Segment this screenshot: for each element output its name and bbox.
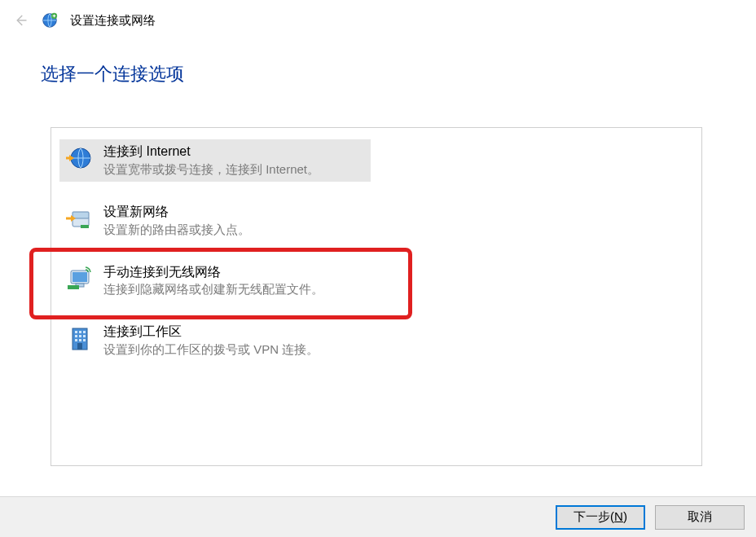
svg-rect-14 [75, 331, 77, 333]
option-connect-internet[interactable]: 连接到 Internet 设置宽带或拨号连接，连接到 Internet。 [59, 139, 371, 182]
back-button[interactable] [11, 11, 29, 29]
svg-rect-16 [83, 331, 86, 333]
building-icon [64, 324, 94, 353]
option-desc: 设置到你的工作区的拨号或 VPN 连接。 [103, 341, 319, 358]
svg-rect-15 [79, 331, 81, 333]
svg-rect-6 [73, 212, 89, 218]
svg-rect-22 [83, 339, 86, 341]
wizard-footer: 下一步(N) 取消 [0, 496, 756, 537]
svg-rect-20 [75, 339, 77, 341]
option-title: 设置新网络 [103, 204, 250, 221]
option-setup-new-network[interactable]: 设置新网络 设置新的路由器或接入点。 [59, 200, 693, 242]
option-title: 连接到工作区 [103, 324, 319, 341]
next-button-hotkey: N [614, 509, 623, 523]
option-title: 连接到 Internet [103, 143, 319, 161]
option-manual-wireless[interactable]: 手动连接到无线网络 连接到隐藏网络或创建新无线配置文件。 [59, 260, 693, 302]
router-icon [64, 204, 94, 233]
wireless-monitor-icon [64, 264, 94, 293]
cancel-button[interactable]: 取消 [655, 505, 745, 530]
option-desc: 设置新的路由器或接入点。 [103, 221, 250, 238]
option-title: 手动连接到无线网络 [103, 264, 323, 281]
svg-rect-23 [77, 343, 82, 350]
svg-rect-8 [81, 225, 89, 228]
option-desc: 设置宽带或拨号连接，连接到 Internet。 [103, 161, 319, 178]
svg-rect-17 [75, 335, 77, 337]
option-desc: 连接到隐藏网络或创建新无线配置文件。 [103, 280, 323, 297]
page-heading: 选择一个连接选项 [0, 46, 756, 86]
svg-rect-19 [83, 335, 86, 337]
next-button-prefix: 下一步( [574, 509, 614, 523]
globe-icon [64, 143, 94, 173]
svg-rect-18 [79, 335, 81, 337]
option-connect-workplace[interactable]: 连接到工作区 设置到你的工作区的拨号或 VPN 连接。 [59, 319, 693, 362]
next-button[interactable]: 下一步(N) [556, 505, 645, 530]
connection-options-list: 连接到 Internet 设置宽带或拨号连接，连接到 Internet。 设置新… [51, 127, 702, 466]
svg-rect-10 [73, 272, 87, 282]
network-wizard-icon [41, 11, 59, 29]
svg-rect-21 [79, 339, 81, 341]
svg-rect-12 [68, 285, 79, 289]
next-button-suffix: ) [623, 509, 627, 523]
window-title: 设置连接或网络 [70, 13, 156, 29]
